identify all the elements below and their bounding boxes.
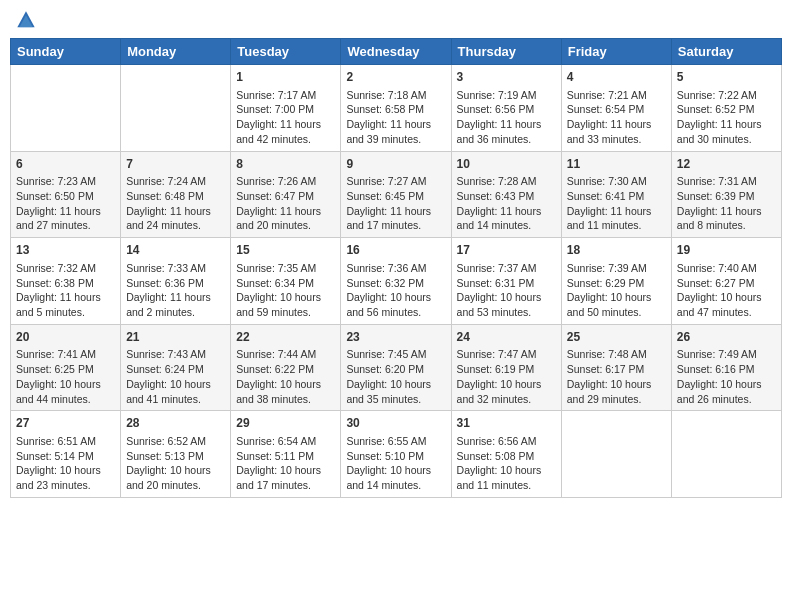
calendar-cell: 9Sunrise: 7:27 AMSunset: 6:45 PMDaylight… <box>341 151 451 238</box>
sunset-text: Sunset: 7:00 PM <box>236 102 335 117</box>
cell-content: 23Sunrise: 7:45 AMSunset: 6:20 PMDayligh… <box>346 329 445 407</box>
day-number: 21 <box>126 329 225 346</box>
calendar-cell: 20Sunrise: 7:41 AMSunset: 6:25 PMDayligh… <box>11 324 121 411</box>
day-number: 13 <box>16 242 115 259</box>
sunrise-text: Sunrise: 7:23 AM <box>16 174 115 189</box>
cell-content: 28Sunrise: 6:52 AMSunset: 5:13 PMDayligh… <box>126 415 225 493</box>
sunset-text: Sunset: 6:29 PM <box>567 276 666 291</box>
day-of-week-header: Sunday <box>11 39 121 65</box>
sunset-text: Sunset: 6:56 PM <box>457 102 556 117</box>
day-number: 27 <box>16 415 115 432</box>
cell-content: 30Sunrise: 6:55 AMSunset: 5:10 PMDayligh… <box>346 415 445 493</box>
sunset-text: Sunset: 6:16 PM <box>677 362 776 377</box>
cell-content: 19Sunrise: 7:40 AMSunset: 6:27 PMDayligh… <box>677 242 776 320</box>
day-number: 18 <box>567 242 666 259</box>
sunset-text: Sunset: 6:38 PM <box>16 276 115 291</box>
sunset-text: Sunset: 6:24 PM <box>126 362 225 377</box>
calendar-cell: 1Sunrise: 7:17 AMSunset: 7:00 PMDaylight… <box>231 65 341 152</box>
sunrise-text: Sunrise: 7:19 AM <box>457 88 556 103</box>
sunrise-text: Sunrise: 7:41 AM <box>16 347 115 362</box>
calendar-cell: 28Sunrise: 6:52 AMSunset: 5:13 PMDayligh… <box>121 411 231 498</box>
daylight-text: Daylight: 10 hours and 53 minutes. <box>457 290 556 319</box>
calendar-cell: 31Sunrise: 6:56 AMSunset: 5:08 PMDayligh… <box>451 411 561 498</box>
daylight-text: Daylight: 10 hours and 50 minutes. <box>567 290 666 319</box>
sunrise-text: Sunrise: 7:17 AM <box>236 88 335 103</box>
sunset-text: Sunset: 6:22 PM <box>236 362 335 377</box>
daylight-text: Daylight: 11 hours and 8 minutes. <box>677 204 776 233</box>
day-number: 28 <box>126 415 225 432</box>
cell-content: 20Sunrise: 7:41 AMSunset: 6:25 PMDayligh… <box>16 329 115 407</box>
cell-content: 7Sunrise: 7:24 AMSunset: 6:48 PMDaylight… <box>126 156 225 234</box>
sunrise-text: Sunrise: 6:55 AM <box>346 434 445 449</box>
sunset-text: Sunset: 5:14 PM <box>16 449 115 464</box>
daylight-text: Daylight: 11 hours and 17 minutes. <box>346 204 445 233</box>
day-number: 14 <box>126 242 225 259</box>
calendar-week-row: 13Sunrise: 7:32 AMSunset: 6:38 PMDayligh… <box>11 238 782 325</box>
daylight-text: Daylight: 10 hours and 38 minutes. <box>236 377 335 406</box>
calendar-header-row: SundayMondayTuesdayWednesdayThursdayFrid… <box>11 39 782 65</box>
calendar-cell: 19Sunrise: 7:40 AMSunset: 6:27 PMDayligh… <box>671 238 781 325</box>
sunset-text: Sunset: 6:45 PM <box>346 189 445 204</box>
sunrise-text: Sunrise: 7:26 AM <box>236 174 335 189</box>
calendar-cell: 30Sunrise: 6:55 AMSunset: 5:10 PMDayligh… <box>341 411 451 498</box>
calendar-cell: 16Sunrise: 7:36 AMSunset: 6:32 PMDayligh… <box>341 238 451 325</box>
sunset-text: Sunset: 6:27 PM <box>677 276 776 291</box>
sunset-text: Sunset: 6:17 PM <box>567 362 666 377</box>
sunrise-text: Sunrise: 7:47 AM <box>457 347 556 362</box>
calendar-cell: 23Sunrise: 7:45 AMSunset: 6:20 PMDayligh… <box>341 324 451 411</box>
day-number: 6 <box>16 156 115 173</box>
day-number: 11 <box>567 156 666 173</box>
calendar-week-row: 6Sunrise: 7:23 AMSunset: 6:50 PMDaylight… <box>11 151 782 238</box>
daylight-text: Daylight: 10 hours and 41 minutes. <box>126 377 225 406</box>
daylight-text: Daylight: 10 hours and 26 minutes. <box>677 377 776 406</box>
daylight-text: Daylight: 11 hours and 2 minutes. <box>126 290 225 319</box>
daylight-text: Daylight: 11 hours and 27 minutes. <box>16 204 115 233</box>
sunset-text: Sunset: 6:39 PM <box>677 189 776 204</box>
sunrise-text: Sunrise: 7:44 AM <box>236 347 335 362</box>
cell-content: 3Sunrise: 7:19 AMSunset: 6:56 PMDaylight… <box>457 69 556 147</box>
cell-content: 31Sunrise: 6:56 AMSunset: 5:08 PMDayligh… <box>457 415 556 493</box>
cell-content: 6Sunrise: 7:23 AMSunset: 6:50 PMDaylight… <box>16 156 115 234</box>
daylight-text: Daylight: 10 hours and 23 minutes. <box>16 463 115 492</box>
cell-content: 2Sunrise: 7:18 AMSunset: 6:58 PMDaylight… <box>346 69 445 147</box>
day-number: 4 <box>567 69 666 86</box>
day-number: 9 <box>346 156 445 173</box>
daylight-text: Daylight: 11 hours and 39 minutes. <box>346 117 445 146</box>
cell-content: 27Sunrise: 6:51 AMSunset: 5:14 PMDayligh… <box>16 415 115 493</box>
page-header <box>10 10 782 30</box>
sunrise-text: Sunrise: 6:56 AM <box>457 434 556 449</box>
calendar-cell: 12Sunrise: 7:31 AMSunset: 6:39 PMDayligh… <box>671 151 781 238</box>
sunset-text: Sunset: 6:19 PM <box>457 362 556 377</box>
calendar-cell: 15Sunrise: 7:35 AMSunset: 6:34 PMDayligh… <box>231 238 341 325</box>
sunrise-text: Sunrise: 7:27 AM <box>346 174 445 189</box>
day-number: 16 <box>346 242 445 259</box>
sunset-text: Sunset: 5:10 PM <box>346 449 445 464</box>
daylight-text: Daylight: 10 hours and 32 minutes. <box>457 377 556 406</box>
calendar-cell: 4Sunrise: 7:21 AMSunset: 6:54 PMDaylight… <box>561 65 671 152</box>
cell-content: 12Sunrise: 7:31 AMSunset: 6:39 PMDayligh… <box>677 156 776 234</box>
sunset-text: Sunset: 6:32 PM <box>346 276 445 291</box>
cell-content: 21Sunrise: 7:43 AMSunset: 6:24 PMDayligh… <box>126 329 225 407</box>
calendar-cell: 17Sunrise: 7:37 AMSunset: 6:31 PMDayligh… <box>451 238 561 325</box>
sunset-text: Sunset: 6:48 PM <box>126 189 225 204</box>
daylight-text: Daylight: 10 hours and 35 minutes. <box>346 377 445 406</box>
sunset-text: Sunset: 6:54 PM <box>567 102 666 117</box>
sunset-text: Sunset: 5:13 PM <box>126 449 225 464</box>
sunrise-text: Sunrise: 7:32 AM <box>16 261 115 276</box>
cell-content: 17Sunrise: 7:37 AMSunset: 6:31 PMDayligh… <box>457 242 556 320</box>
calendar-cell: 8Sunrise: 7:26 AMSunset: 6:47 PMDaylight… <box>231 151 341 238</box>
day-number: 7 <box>126 156 225 173</box>
cell-content: 24Sunrise: 7:47 AMSunset: 6:19 PMDayligh… <box>457 329 556 407</box>
daylight-text: Daylight: 10 hours and 11 minutes. <box>457 463 556 492</box>
calendar-cell <box>561 411 671 498</box>
daylight-text: Daylight: 11 hours and 36 minutes. <box>457 117 556 146</box>
daylight-text: Daylight: 10 hours and 29 minutes. <box>567 377 666 406</box>
calendar-cell: 2Sunrise: 7:18 AMSunset: 6:58 PMDaylight… <box>341 65 451 152</box>
day-number: 20 <box>16 329 115 346</box>
sunrise-text: Sunrise: 7:37 AM <box>457 261 556 276</box>
sunset-text: Sunset: 6:43 PM <box>457 189 556 204</box>
day-number: 15 <box>236 242 335 259</box>
sunset-text: Sunset: 6:25 PM <box>16 362 115 377</box>
calendar-cell: 6Sunrise: 7:23 AMSunset: 6:50 PMDaylight… <box>11 151 121 238</box>
day-number: 29 <box>236 415 335 432</box>
